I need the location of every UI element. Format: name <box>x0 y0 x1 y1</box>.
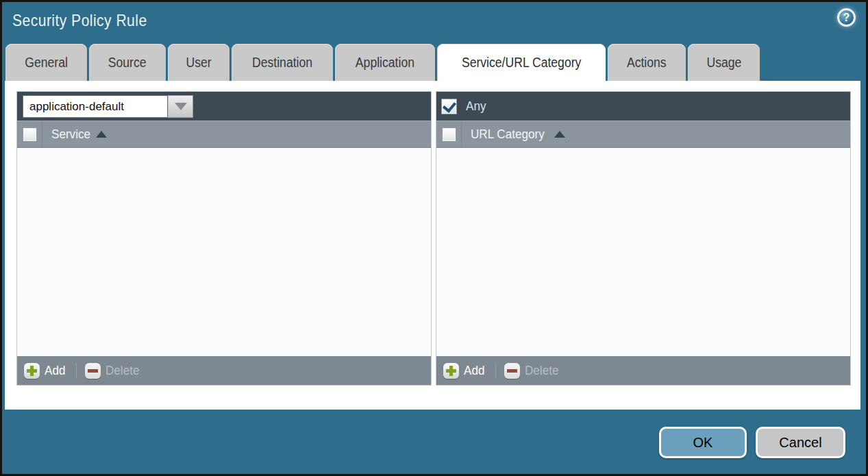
toolbar-separator <box>76 363 77 378</box>
titlebar: Security Policy Rule ? <box>2 2 866 43</box>
service-type-value[interactable]: application-default <box>23 95 168 118</box>
tab-application[interactable]: Application <box>335 44 435 81</box>
tab-actions[interactable]: Actions <box>608 44 686 81</box>
tab-source[interactable]: Source <box>89 44 165 81</box>
service-column-header: Service <box>17 121 431 148</box>
url-category-footer-toolbar: Add Delete <box>436 356 850 385</box>
service-add-button[interactable]: Add <box>24 363 68 379</box>
tab-general[interactable]: General <box>5 44 87 81</box>
tab-service-url-category[interactable]: Service/URL Category <box>437 44 606 81</box>
service-type-dropdown[interactable]: application-default <box>23 95 193 118</box>
minus-icon <box>85 363 101 379</box>
url-category-panel: Any URL Category Add Delete <box>436 91 851 386</box>
service-type-toolbar: application-default <box>17 92 431 121</box>
tab-usage[interactable]: Usage <box>688 44 760 81</box>
url-category-any-checkbox[interactable] <box>442 99 456 114</box>
url-category-delete-button[interactable]: Delete <box>504 363 562 379</box>
plus-icon <box>24 363 40 379</box>
url-category-column-header: URL Category <box>436 121 850 148</box>
service-select-all-cell <box>17 121 42 147</box>
tab-user[interactable]: User <box>168 44 230 81</box>
dialog-action-buttons: OK Cancel <box>659 427 845 458</box>
tab-bar: General Source User Destination Applicat… <box>5 44 760 81</box>
url-category-select-all-cell <box>436 121 462 147</box>
help-icon[interactable]: ? <box>837 8 856 27</box>
service-footer-toolbar: Add Delete <box>17 356 431 385</box>
chevron-down-icon <box>175 103 187 110</box>
sort-ascending-icon[interactable] <box>96 131 107 138</box>
plus-icon <box>443 363 459 379</box>
tab-content-area: application-default Service Add <box>5 81 860 410</box>
url-category-select-all-checkbox[interactable] <box>443 128 456 141</box>
url-category-column-label[interactable]: URL Category <box>471 127 545 142</box>
service-type-dropdown-button[interactable] <box>168 95 193 118</box>
url-category-list-empty[interactable] <box>436 148 850 356</box>
toolbar-separator <box>495 363 496 378</box>
ok-button[interactable]: OK <box>659 427 747 458</box>
dialog-title: Security Policy Rule <box>12 11 147 30</box>
service-delete-button[interactable]: Delete <box>85 363 143 379</box>
service-select-all-checkbox[interactable] <box>23 128 36 141</box>
service-column-label[interactable]: Service <box>51 127 90 142</box>
tab-destination[interactable]: Destination <box>232 44 333 81</box>
cancel-button[interactable]: Cancel <box>756 427 845 458</box>
service-list-empty[interactable] <box>17 148 431 356</box>
security-policy-rule-dialog: Security Policy Rule ? General Source Us… <box>0 0 868 476</box>
url-category-any-toolbar: Any <box>436 92 850 121</box>
sort-ascending-icon[interactable] <box>554 131 565 138</box>
url-category-add-button[interactable]: Add <box>443 363 487 379</box>
url-category-any-label: Any <box>466 99 486 114</box>
minus-icon <box>504 363 520 379</box>
service-panel: application-default Service Add <box>16 91 432 386</box>
